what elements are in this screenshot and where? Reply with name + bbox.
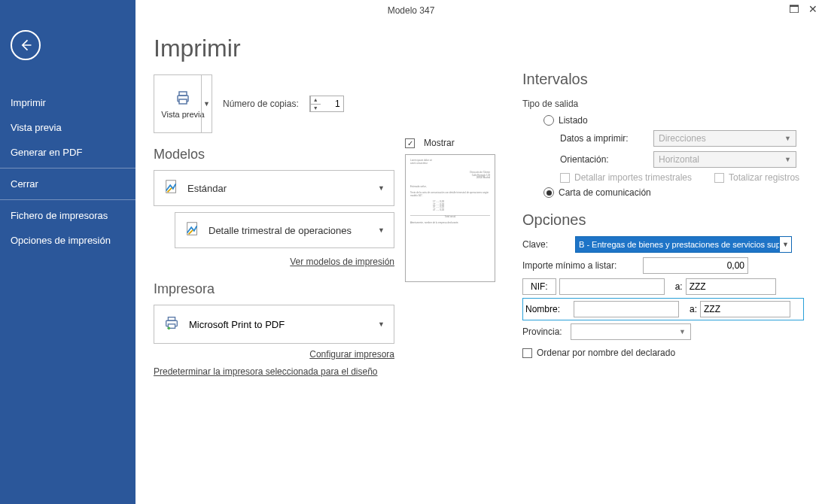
radio-carta[interactable] — [543, 187, 554, 198]
sidebar-item-fichero-impresoras[interactable]: Fichero de impresoras — [0, 203, 135, 228]
copies-input[interactable] — [321, 96, 343, 111]
nombre-from-input[interactable] — [574, 301, 679, 317]
nif-to-input[interactable] — [686, 278, 776, 295]
radio-listado-label: Listado — [559, 115, 588, 126]
printer-icon — [163, 314, 180, 334]
copies-down[interactable]: ▼ — [311, 105, 321, 112]
nif-from-input[interactable] — [559, 278, 665, 295]
nombre-group: Nombre: a: — [522, 298, 804, 320]
radio-carta-label: Carta de comunicación — [559, 187, 651, 198]
clave-label: Clave: — [522, 239, 575, 250]
detallar-label: Detallar importes trimestrales — [574, 172, 692, 183]
tipo-salida-label: Tipo de salida — [522, 99, 804, 109]
printer-name: Microsoft Print to PDF — [189, 319, 285, 330]
link-ver-modelos[interactable]: Ver modelos de impresión — [290, 257, 394, 267]
back-button[interactable] — [11, 30, 41, 60]
importe-min-label: Importe mínimo a listar: — [522, 260, 643, 271]
section-impresora: Impresora — [154, 281, 394, 297]
chevron-down-icon[interactable]: ▼ — [201, 75, 212, 132]
window-title: Modelo 347 — [388, 5, 435, 16]
provincia-label: Provincia: — [522, 326, 571, 337]
modelo-estandar-label: Estándar — [187, 183, 227, 194]
printer-selector[interactable]: Microsoft Print to PDF ▼ — [154, 305, 394, 344]
svg-rect-2 — [179, 99, 187, 104]
nombre-to-input[interactable] — [700, 301, 790, 317]
document-icon — [163, 178, 180, 198]
totalizar-checkbox — [714, 173, 724, 183]
provincia-select[interactable]: ▼ — [571, 323, 691, 340]
clave-select[interactable]: B - Entregas de bienes y prestaciones de… — [575, 236, 792, 253]
nif-button[interactable]: NIF: — [522, 278, 556, 295]
svg-rect-1 — [179, 92, 187, 96]
chevron-down-icon[interactable]: ▼ — [378, 320, 385, 328]
sidebar-item-imprimir[interactable]: Imprimir — [0, 90, 135, 115]
mostrar-label: Mostrar — [424, 138, 455, 148]
section-opciones: Opciones — [522, 211, 804, 229]
orientacion-select: Horizontal▼ — [653, 151, 796, 168]
radio-listado[interactable] — [543, 115, 554, 126]
mostrar-checkbox[interactable]: ✓ — [405, 138, 415, 148]
link-predeterminar-impresora[interactable]: Predeterminar la impresora seleccionada … — [154, 366, 394, 377]
datos-imprimir-label: Datos a imprimir: — [560, 133, 653, 144]
totalizar-label: Totalizar registros — [729, 172, 799, 183]
importe-min-input[interactable] — [643, 257, 748, 274]
detallar-checkbox — [560, 173, 570, 183]
modelo-detalle-label: Detalle trimestral de operaciones — [209, 225, 352, 236]
ordenar-checkbox[interactable] — [522, 348, 532, 358]
close-icon[interactable]: ✕ — [808, 3, 817, 15]
sidebar-item-generar-pdf[interactable]: Generar en PDF — [0, 140, 135, 165]
sidebar-item-opciones-impresion[interactable]: Opciones de impresión — [0, 228, 135, 253]
vista-previa-button[interactable]: Vista previa ▼ — [154, 74, 212, 133]
modelo-estandar[interactable]: Estándar ▼ — [154, 170, 394, 206]
copies-stepper[interactable]: ▲▼ — [309, 96, 344, 112]
nif-a-label: a: — [668, 281, 683, 292]
minimize-icon[interactable]: 🗖 — [789, 3, 799, 15]
document-preview[interactable]: Lorem ipsum dolor sitamet consectetur Di… — [405, 154, 495, 282]
datos-imprimir-select: Direcciones▼ — [653, 130, 796, 147]
copies-label: Número de copias: — [223, 99, 299, 109]
link-configurar-impresora[interactable]: Configurar impresora — [309, 349, 394, 360]
sidebar-item-cerrar[interactable]: Cerrar — [0, 172, 135, 196]
svg-point-8 — [168, 327, 171, 330]
radio-listado-row[interactable]: Listado — [522, 115, 804, 126]
printer-icon — [172, 89, 193, 107]
section-modelos: Modelos — [154, 147, 394, 162]
page-title: Imprimir — [154, 35, 515, 62]
sidebar-item-vista-previa[interactable]: Vista previa — [0, 115, 135, 140]
vista-previa-label: Vista previa — [161, 110, 204, 119]
chevron-down-icon[interactable]: ▼ — [779, 237, 791, 252]
sidebar: Imprimir Vista previa Generar en PDF Cer… — [0, 0, 135, 504]
copies-up[interactable]: ▲ — [311, 96, 321, 105]
ordenar-label: Ordenar por nombre del declarado — [537, 348, 675, 358]
section-intervalos: Intervalos — [522, 71, 804, 88]
svg-rect-6 — [168, 317, 175, 321]
nombre-label: Nombre: — [525, 304, 571, 314]
orientacion-label: Orientación: — [560, 154, 653, 165]
document-icon — [184, 220, 201, 240]
modelo-detalle[interactable]: Detalle trimestral de operaciones ▼ — [175, 212, 394, 248]
radio-carta-row[interactable]: Carta de comunicación — [522, 187, 804, 198]
nombre-a-label: a: — [682, 304, 697, 314]
chevron-down-icon[interactable]: ▼ — [378, 226, 385, 234]
chevron-down-icon[interactable]: ▼ — [378, 184, 385, 192]
